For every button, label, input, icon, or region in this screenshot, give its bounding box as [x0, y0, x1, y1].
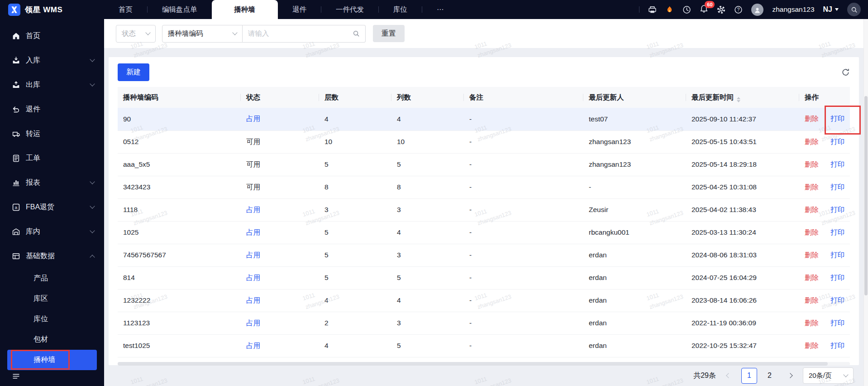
sort-icon[interactable]	[737, 97, 740, 102]
sidebar-subitem-库区[interactable]: 库区	[0, 289, 104, 309]
sidebar-item-work-order[interactable]: 工单	[0, 146, 104, 170]
page-size-select[interactable]: 20条/页	[803, 367, 854, 384]
promo-icon[interactable]	[665, 5, 674, 14]
delete-link[interactable]: 删除	[805, 138, 819, 145]
table-row[interactable]: 814 占用 5 5 - erdan 2024-07-25 16:04:29 删…	[118, 266, 850, 289]
input-search-icon[interactable]	[353, 30, 360, 37]
global-search-button[interactable]	[847, 3, 861, 16]
sidebar-item-transfer[interactable]: 转运	[0, 121, 104, 146]
column-header[interactable]: 最后更新时间	[686, 87, 799, 108]
print-link[interactable]: 打印	[830, 251, 844, 259]
top-nav-item-4[interactable]: 退件	[278, 0, 321, 19]
sidebar-item-home[interactable]: 首页	[0, 24, 104, 48]
horizontal-scrollbar-thumb[interactable]	[118, 362, 828, 366]
delete-link[interactable]: 删除	[805, 228, 819, 236]
cell-remark: -	[464, 312, 583, 334]
sidebar-subitem-产品[interactable]: 产品	[0, 268, 104, 289]
top-nav-item-6[interactable]: 库位	[379, 0, 422, 19]
avatar[interactable]	[751, 4, 763, 16]
table-row[interactable]: 0512 可用 10 10 - zhangsan123 2025-05-15 1…	[118, 130, 850, 153]
top-nav-item-3[interactable]: 播种墙	[212, 0, 278, 19]
cell-updated-at: 2025-09-10 11:42:37	[686, 108, 799, 130]
cell-columns: 5	[391, 334, 464, 357]
sidebar-subitem-包材[interactable]: 包材	[0, 329, 104, 350]
sidebar-item-fba-returns[interactable]: aFBA退货	[0, 195, 104, 219]
delete-link[interactable]: 删除	[805, 183, 819, 191]
print-link[interactable]: 打印	[830, 138, 844, 145]
warehouse-selector[interactable]: NJ	[823, 5, 839, 14]
username[interactable]: zhangsan123	[772, 5, 814, 14]
print-link[interactable]: 打印	[830, 160, 844, 168]
print-link[interactable]: 打印	[830, 296, 844, 304]
printer-icon[interactable]	[648, 5, 657, 14]
delete-link[interactable]: 删除	[805, 115, 819, 122]
cell-remark: -	[464, 289, 583, 312]
sidebar-menu: 首页入库出库退件转运工单报表aFBA退货库内基础数据产品库区库位包材播种墙	[0, 24, 104, 370]
table-row[interactable]: 1118 占用 3 3 - Zeusir 2025-04-02 11:38:43…	[118, 198, 850, 221]
page-button-2[interactable]: 2	[762, 368, 777, 384]
create-button[interactable]: 新建	[118, 63, 149, 81]
prev-page-button[interactable]	[722, 369, 735, 382]
table-row[interactable]: 1123123 占用 2 3 - erdan 2022-11-19 00:36:…	[118, 312, 850, 334]
delete-link[interactable]: 删除	[805, 206, 819, 213]
next-page-button[interactable]	[784, 369, 796, 382]
cell-status: 占用	[241, 312, 319, 334]
top-nav-item-5[interactable]: 一件代发	[321, 0, 378, 19]
sidebar-item-inbound[interactable]: 入库	[0, 48, 104, 72]
vertical-scrollbar[interactable]	[863, 19, 868, 386]
print-link[interactable]: 打印	[830, 342, 844, 349]
delete-link[interactable]: 删除	[805, 274, 819, 281]
table-row[interactable]: 3423423 可用 8 8 - - 2025-04-25 10:31:08 删…	[118, 176, 850, 198]
top-nav: 首页编辑盘点单播种墙退件一件代发库位⋯	[104, 0, 458, 19]
vertical-scrollbar-thumb[interactable]	[864, 96, 868, 295]
delete-link[interactable]: 删除	[805, 319, 819, 327]
delete-link[interactable]: 删除	[805, 251, 819, 259]
table-row[interactable]: 1025 占用 5 4 - rbcangku001 2025-03-13 11:…	[118, 221, 850, 244]
table-row[interactable]: test1025 占用 4 5 - erdan 2022-10-25 15:32…	[118, 334, 850, 357]
top-nav-item-1[interactable]: 首页	[104, 0, 147, 19]
table-row[interactable]: 90 占用 4 4 - test07 2025-09-10 11:42:37 删…	[118, 108, 850, 130]
sidebar-bottom	[0, 372, 104, 386]
top-nav-item-7[interactable]: ⋯	[422, 0, 458, 19]
delete-link[interactable]: 删除	[805, 160, 819, 168]
print-link[interactable]: 打印	[830, 228, 844, 236]
sidebar-item-label: 基础数据	[26, 251, 91, 261]
app-logo-icon	[8, 4, 20, 16]
delete-link[interactable]: 删除	[805, 296, 819, 304]
sidebar-item-outbound[interactable]: 出库	[0, 72, 104, 97]
status-select[interactable]: 状态	[116, 25, 156, 43]
print-link[interactable]: 打印	[830, 274, 844, 281]
reset-button[interactable]: 重置	[373, 25, 405, 42]
cell-remark: -	[464, 221, 583, 244]
sidebar-item-returns[interactable]: 退件	[0, 97, 104, 121]
page-button-1[interactable]: 1	[741, 368, 757, 384]
cell-code: 1232222	[118, 289, 241, 312]
table-row[interactable]: 74567567567 占用 5 3 - erdan 2024-08-06 18…	[118, 244, 850, 266]
history-icon[interactable]	[682, 5, 691, 14]
table-row[interactable]: aaa_5x5 可用 5 5 - zhangsan123 2025-05-14 …	[118, 153, 850, 176]
menu-icon[interactable]	[12, 372, 20, 380]
notifications-button[interactable]: 60	[700, 5, 708, 15]
print-link[interactable]: 打印	[830, 115, 844, 122]
table-row[interactable]: 1232222 占用 4 4 - erdan 2023-08-14 16:06:…	[118, 289, 850, 312]
print-link[interactable]: 打印	[830, 183, 844, 191]
sidebar-subitem-播种墙[interactable]: 播种墙	[7, 350, 97, 370]
horizontal-scrollbar[interactable]	[118, 362, 850, 366]
search-field-select[interactable]: 播种墙编码	[162, 25, 243, 43]
print-link[interactable]: 打印	[830, 206, 844, 213]
refresh-icon[interactable]	[841, 68, 850, 77]
cell-actions: 删除 打印	[799, 312, 850, 334]
sidebar: 首页入库出库退件转运工单报表aFBA退货库内基础数据产品库区库位包材播种墙	[0, 19, 104, 386]
sidebar-subitem-库位[interactable]: 库位	[0, 309, 104, 329]
print-link[interactable]: 打印	[830, 319, 844, 327]
sidebar-item-in-warehouse[interactable]: 库内	[0, 219, 104, 244]
help-icon[interactable]: ?	[734, 5, 743, 14]
top-nav-item-2[interactable]: 编辑盘点单	[148, 0, 212, 19]
sidebar-item-reports[interactable]: 报表	[0, 170, 104, 195]
delete-link[interactable]: 删除	[805, 342, 819, 349]
cell-status: 可用	[241, 176, 319, 198]
gear-icon[interactable]	[717, 5, 725, 14]
sidebar-item-base-data[interactable]: 基础数据	[0, 244, 104, 268]
cell-layers: 2	[319, 312, 391, 334]
keyword-input[interactable]	[248, 29, 353, 38]
